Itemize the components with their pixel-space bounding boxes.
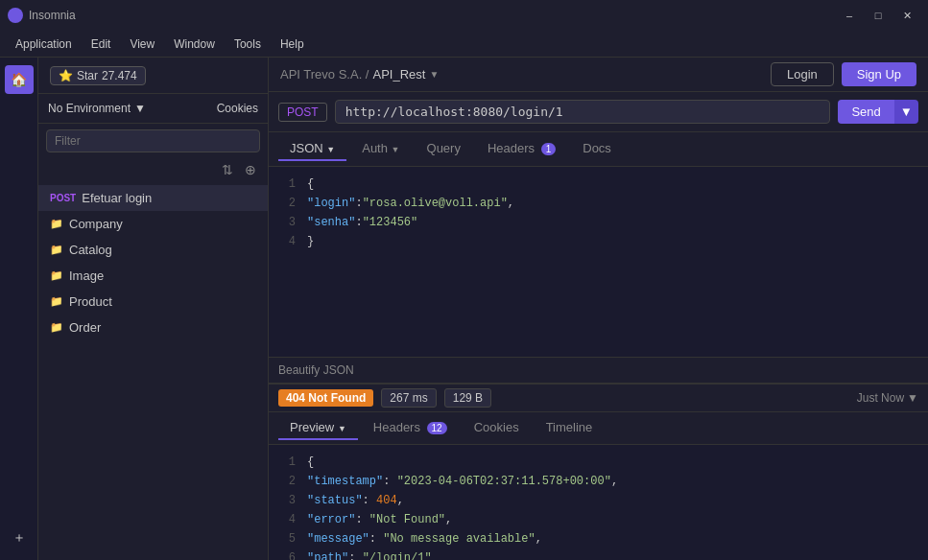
titlebar-left: Insomnia (8, 8, 76, 23)
github-star-btn[interactable]: ⭐ Star 27.474 (50, 66, 146, 85)
login-button[interactable]: Login (771, 62, 834, 86)
folder-icon-order: 📁 (50, 321, 63, 334)
topbar-auth-buttons: Login Sign Up (771, 62, 916, 86)
menu-tools[interactable]: Tools (226, 35, 269, 53)
star-icon: ⭐ (59, 69, 73, 82)
menu-help[interactable]: Help (273, 35, 312, 53)
response-size-badge: 129 B (444, 388, 491, 408)
env-label: No Environment (48, 102, 131, 115)
method-selector[interactable]: POST (278, 103, 327, 122)
nav-items: POST Efetuar login 📁 Company 📁 Catalog 📁… (38, 181, 268, 344)
tab-label: Headers (488, 141, 535, 155)
titlebar: Insomnia – □ ✕ (0, 0, 928, 31)
window-controls: – □ ✕ (836, 6, 920, 25)
home-icon-btn[interactable]: 🏠 (5, 65, 34, 94)
resp-line: 2 "timestamp": "2023-04-06T02:37:11.578+… (276, 472, 920, 491)
nav-item-label: Efetuar login (82, 191, 152, 205)
nav-sidebar: ⭐ Star 27.474 No Environment ▼ Cookies ⇅… (38, 58, 269, 560)
send-dropdown-button[interactable]: ▼ (894, 100, 918, 124)
just-now-dropdown-icon: ▼ (907, 391, 918, 405)
request-bar: POST Send ▼ (269, 92, 928, 132)
app-body: 🏠 ＋ ⭐ Star 27.474 No Environment ▼ Cooki… (0, 58, 928, 560)
main-panel: API Trevo S.A. / API_Rest ▼ Login Sign U… (269, 58, 928, 560)
app-title: Insomnia (29, 9, 76, 22)
project-dropdown-icon: ▼ (429, 69, 439, 80)
response-section: 404 Not Found 267 ms 129 B Just Now ▼ Pr… (269, 384, 928, 560)
tab-json[interactable]: JSON ▼ (278, 137, 346, 161)
tab-dropdown-icon: ▼ (392, 145, 400, 154)
resp-line: 5 "message": "No message available", (276, 529, 920, 548)
env-selector[interactable]: No Environment ▼ (48, 102, 146, 115)
nav-item-company[interactable]: 📁 Company (38, 211, 268, 237)
nav-item-catalog[interactable]: 📁 Catalog (38, 237, 268, 263)
nav-item-efetuar-login[interactable]: POST Efetuar login (38, 185, 268, 211)
nav-item-order[interactable]: 📁 Order (38, 315, 268, 340)
code-line: 1 { (276, 175, 920, 194)
send-button[interactable]: Send (838, 100, 893, 124)
send-button-group: Send ▼ (838, 100, 918, 124)
menu-window[interactable]: Window (166, 35, 223, 53)
beautify-json-button[interactable]: Beautify JSON (269, 357, 928, 384)
resp-tab-label: Headers (373, 420, 420, 434)
tab-label: Query (427, 141, 461, 155)
just-now-dropdown[interactable]: Just Now ▼ (857, 391, 918, 405)
tab-label: Auth (362, 141, 388, 155)
tab-docs[interactable]: Docs (571, 137, 623, 161)
project-org: API Trevo S.A. / (280, 67, 369, 82)
folder-icon-catalog: 📁 (50, 244, 63, 256)
tab-auth[interactable]: Auth ▼ (350, 137, 411, 161)
filter-input[interactable] (46, 129, 260, 152)
resp-headers-badge: 12 (427, 422, 447, 434)
method-badge-post: POST (50, 193, 76, 203)
response-body[interactable]: 1 { 2 "timestamp": "2023-04-06T02:37:11.… (269, 445, 928, 560)
response-time-badge: 267 ms (381, 388, 436, 408)
app-logo (8, 8, 23, 23)
nav-header: No Environment ▼ Cookies (38, 94, 268, 124)
resp-line: 3 "status": 404, (276, 491, 920, 510)
add-request-button[interactable]: ⊕ (241, 160, 260, 179)
folder-icon-product: 📁 (50, 295, 63, 308)
maximize-button[interactable]: □ (865, 6, 892, 25)
code-line: 2 "login":"rosa.olive@voll.api", (276, 194, 920, 213)
cookies-button[interactable]: Cookies (217, 102, 258, 115)
resp-tab-label: Preview (290, 420, 334, 434)
nav-item-product[interactable]: 📁 Product (38, 289, 268, 315)
headers-badge: 1 (541, 143, 557, 155)
resp-tab-headers[interactable]: Headers 12 (362, 416, 459, 440)
project-name: API_Rest (372, 67, 425, 82)
status-badge: 404 Not Found (278, 389, 373, 407)
just-now-label: Just Now (857, 391, 904, 405)
resp-tab-label: Timeline (546, 420, 593, 434)
tab-headers[interactable]: Headers 1 (476, 137, 567, 161)
minimize-button[interactable]: – (836, 6, 863, 25)
menu-application[interactable]: Application (8, 35, 80, 53)
resp-tab-timeline[interactable]: Timeline (535, 416, 605, 440)
nav-filter-container (38, 124, 268, 158)
env-dropdown-icon: ▼ (134, 102, 146, 115)
add-workspace-button[interactable]: ＋ (5, 524, 34, 552)
tab-query[interactable]: Query (416, 137, 472, 161)
folder-icon-image: 📁 (50, 269, 63, 282)
resp-tab-preview[interactable]: Preview ▼ (278, 416, 358, 440)
code-line: 3 "senha":"123456" (276, 213, 920, 232)
resp-line: 4 "error": "Not Found", (276, 510, 920, 529)
nav-item-image[interactable]: 📁 Image (38, 263, 268, 289)
resp-line: 1 { (276, 453, 920, 472)
resp-line: 6 "path": "/login/1" (276, 548, 920, 560)
menu-edit[interactable]: Edit (83, 35, 119, 53)
star-label: Star (77, 69, 98, 82)
code-editor[interactable]: 1 { 2 "login":"rosa.olive@voll.api", 3 "… (269, 167, 928, 357)
topbar-left: ⭐ Star 27.474 (50, 66, 146, 85)
url-input[interactable] (335, 100, 831, 124)
signup-button[interactable]: Sign Up (842, 62, 916, 86)
resp-tab-label: Cookies (474, 420, 519, 434)
menu-view[interactable]: View (122, 35, 162, 53)
resp-tab-cookies[interactable]: Cookies (463, 416, 531, 440)
request-tabs: JSON ▼ Auth ▼ Query Headers 1 Docs (269, 132, 928, 167)
sort-button[interactable]: ⇅ (218, 160, 237, 179)
nav-item-label: Catalog (69, 243, 112, 257)
topbar: ⭐ Star 27.474 (38, 58, 268, 94)
nav-item-label: Image (69, 268, 104, 283)
nav-item-label: Company (69, 217, 123, 231)
close-button[interactable]: ✕ (893, 6, 920, 25)
